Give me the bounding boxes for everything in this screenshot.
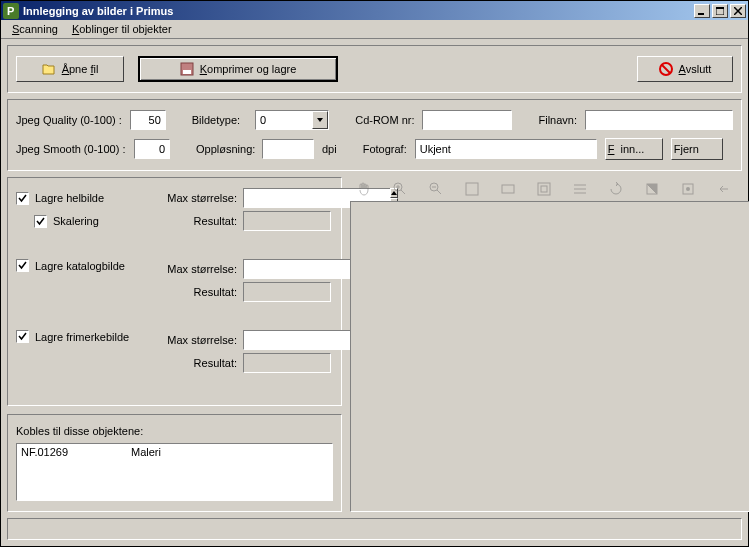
save-icon — [180, 62, 194, 76]
zoom-in-icon[interactable] — [392, 181, 408, 197]
fotograf-input[interactable] — [415, 139, 597, 159]
frimerkebilde-group: Lagre frimerkebilde Max størrelse: Resul… — [16, 330, 333, 373]
titlebar: P Innlegging av bilder i Primus — [1, 1, 748, 20]
fjern-button[interactable]: Fjern — [671, 138, 723, 160]
resultat-label: Resultat: — [157, 215, 237, 227]
compress-save-button[interactable]: Komprimer og lagre — [138, 56, 338, 82]
max-size-label-3: Max størrelse: — [157, 334, 237, 346]
rotate-icon[interactable] — [608, 181, 624, 197]
settings-panel: Jpeg Quality (0-100) : Bildetype: 0 Cd-R… — [7, 99, 742, 171]
folder-icon — [42, 62, 56, 76]
svg-text:P: P — [7, 5, 14, 17]
frimerke-max-spinner[interactable] — [243, 330, 331, 350]
content-area: Åpne fil Komprimer og lagre Avslutt Jpeg… — [1, 39, 748, 546]
window-buttons — [694, 4, 746, 18]
dpi-label: dpi — [322, 143, 337, 155]
lagre-frimerkebilde-check[interactable]: Lagre frimerkebilde — [16, 330, 151, 343]
adjust-icon[interactable] — [572, 181, 588, 197]
effects-icon[interactable] — [680, 181, 696, 197]
bildetype-select[interactable]: 0 — [255, 110, 329, 130]
svg-rect-10 — [502, 185, 514, 193]
katalog-result — [243, 282, 331, 302]
resultat-label-2: Resultat: — [157, 286, 237, 298]
close-button[interactable] — [730, 4, 746, 18]
app-icon: P — [3, 3, 19, 19]
menubar: Scanning Koblinger til objekter — [1, 20, 748, 39]
main-window: P Innlegging av bilder i Primus Scanning… — [0, 0, 749, 547]
svg-rect-12 — [541, 186, 547, 192]
svg-point-15 — [686, 187, 690, 191]
objects-listbox[interactable]: NF.01269 Maleri — [16, 443, 333, 501]
exit-icon — [659, 62, 673, 76]
resultat-label-3: Resultat: — [157, 357, 237, 369]
window-title: Innlegging av bilder i Primus — [23, 5, 694, 17]
right-column — [350, 177, 749, 512]
helbilde-group: Lagre helbilde Max størrelse: Skalering … — [16, 188, 333, 231]
katalogbilde-group: Lagre katalogbilde Max størrelse: Result… — [16, 259, 333, 302]
menu-koblinger[interactable]: Koblinger til objekter — [65, 21, 179, 37]
helbilde-result — [243, 211, 331, 231]
zoom-out-icon[interactable] — [428, 181, 444, 197]
max-size-label: Max størrelse: — [157, 192, 237, 204]
crop-icon[interactable] — [536, 181, 552, 197]
opplosning-input[interactable] — [262, 139, 314, 159]
svg-rect-9 — [466, 183, 478, 195]
filnavn-input[interactable] — [585, 110, 733, 130]
lagre-katalogbilde-check[interactable]: Lagre katalogbilde — [16, 259, 151, 272]
svg-rect-1 — [698, 13, 704, 15]
link-label: Kobles til disse objektene: — [16, 425, 333, 437]
open-file-button[interactable]: Åpne fil — [16, 56, 124, 82]
jpeg-quality-label: Jpeg Quality (0-100) : — [16, 114, 122, 126]
fotograf-label: Fotograf: — [363, 143, 407, 155]
jpeg-smooth-input[interactable] — [134, 139, 170, 159]
svg-rect-5 — [183, 70, 191, 74]
katalog-max-spinner[interactable] — [243, 259, 331, 279]
exit-button[interactable]: Avslutt — [637, 56, 733, 82]
contrast-icon[interactable] — [644, 181, 660, 197]
statusbar — [7, 518, 742, 540]
preview-panel — [350, 201, 749, 512]
lagre-helbilde-check[interactable]: Lagre helbilde — [16, 192, 151, 205]
options-panel: Lagre helbilde Max størrelse: Skalering … — [7, 177, 342, 406]
fit-width-icon[interactable] — [500, 181, 516, 197]
hand-icon[interactable] — [356, 181, 372, 197]
jpeg-quality-input[interactable] — [130, 110, 166, 130]
svg-rect-3 — [716, 7, 724, 9]
preview-toolbar — [350, 177, 749, 201]
svg-rect-11 — [538, 183, 550, 195]
frimerke-result — [243, 353, 331, 373]
maximize-button[interactable] — [712, 4, 728, 18]
helbilde-max-spinner[interactable] — [243, 188, 331, 208]
max-size-label-2: Max størrelse: — [157, 263, 237, 275]
mid-columns: Lagre helbilde Max størrelse: Skalering … — [7, 177, 742, 512]
left-column: Lagre helbilde Max størrelse: Skalering … — [7, 177, 342, 512]
skalering-check[interactable]: Skalering — [34, 215, 151, 228]
cdrom-input[interactable] — [422, 110, 512, 130]
menu-scanning[interactable]: Scanning — [5, 21, 65, 37]
toolbar-panel: Åpne fil Komprimer og lagre Avslutt — [7, 45, 742, 93]
minimize-button[interactable] — [694, 4, 710, 18]
dropdown-icon — [312, 111, 328, 129]
fit-icon[interactable] — [464, 181, 480, 197]
link-panel: Kobles til disse objektene: NF.01269 Mal… — [7, 414, 342, 512]
list-item[interactable]: NF.01269 Maleri — [21, 446, 328, 458]
jpeg-smooth-label: Jpeg Smooth (0-100) : — [16, 143, 126, 155]
undo-icon[interactable] — [716, 181, 732, 197]
finn-button[interactable]: Finn... — [605, 138, 663, 160]
filnavn-label: Filnavn: — [538, 114, 577, 126]
cdrom-label: Cd-ROM nr: — [355, 114, 414, 126]
opplosning-label: Oppløsning: — [196, 143, 254, 155]
bildetype-label: Bildetype: — [192, 114, 247, 126]
